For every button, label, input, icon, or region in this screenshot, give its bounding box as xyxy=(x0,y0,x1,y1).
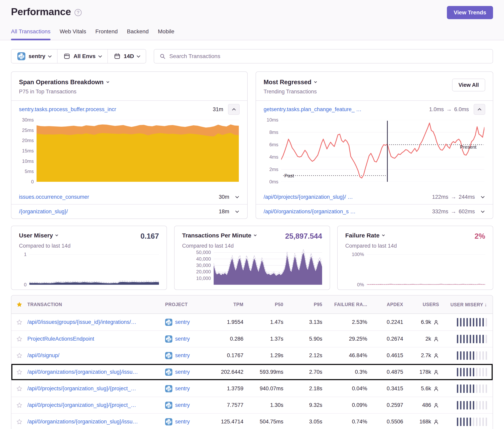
date-range-filter[interactable]: 14D xyxy=(108,50,146,63)
transactions-table: TRANSACTION PROJECT TPM P50 P95 FAILURE … xyxy=(11,295,493,429)
apdex-value: 0.2241 xyxy=(387,319,403,325)
regressed-item-link[interactable]: /api/0/organizations/{organization_s … xyxy=(264,209,356,215)
help-icon[interactable]: ? xyxy=(74,9,82,16)
span-operations-panel: Span Operations Breakdown P75 in Top Tra… xyxy=(11,71,248,219)
transaction-link[interactable]: /api/0/organizations/{organization_slug}… xyxy=(27,369,162,375)
tab-backend[interactable]: Backend xyxy=(127,28,149,40)
view-all-button[interactable]: View All xyxy=(452,79,485,91)
span-item-value: 30m xyxy=(219,194,229,200)
misery-bar xyxy=(460,368,461,376)
span-item-link[interactable]: issues.occurrence_consumer xyxy=(19,194,89,200)
column-header-p95[interactable]: P95 xyxy=(287,302,326,307)
tpm-title[interactable]: Transactions Per Minute xyxy=(182,232,256,239)
star-toggle[interactable] xyxy=(11,418,27,425)
apdex-value: 0.5506 xyxy=(387,419,403,425)
p50-value: 1.29s xyxy=(270,352,283,358)
project-filter[interactable]: sentry xyxy=(11,50,57,63)
misery-bar xyxy=(460,335,461,343)
project-link[interactable]: sentry xyxy=(175,336,190,342)
user-icon xyxy=(433,419,439,425)
tpm-value: 0.1767 xyxy=(227,352,243,358)
transaction-link[interactable]: /api/0/projects/{organization_slug}/{pro… xyxy=(27,402,162,408)
column-header-user-misery[interactable]: USER MISERY↓ xyxy=(443,302,493,307)
collapse-button[interactable] xyxy=(228,104,240,115)
span-item-link[interactable]: sentry.tasks.process_buffer.process_incr xyxy=(19,106,116,113)
span-item-collapsed: issues.occurrence_consumer 30m xyxy=(11,190,247,204)
star-toggle[interactable] xyxy=(11,336,27,342)
expand-button[interactable] xyxy=(480,211,485,212)
search-input[interactable] xyxy=(169,53,487,60)
table-row[interactable]: ProjectRuleActionsEndpoint sentry 0.286 … xyxy=(11,330,493,347)
tab-all-transactions[interactable]: All Transactions xyxy=(11,28,51,40)
span-panel-title[interactable]: Span Operations Breakdown xyxy=(19,79,109,86)
chevron-down-icon xyxy=(48,54,52,57)
expand-button[interactable] xyxy=(234,196,240,198)
span-item-link[interactable]: /{organization_slug}/ xyxy=(19,209,68,215)
project-cell[interactable]: sentry xyxy=(165,335,210,343)
star-toggle[interactable] xyxy=(11,369,27,376)
tpm-chart-plot xyxy=(214,249,322,285)
project-cell[interactable]: sentry xyxy=(165,352,210,359)
failure-rate-title[interactable]: Failure Rate xyxy=(345,232,384,239)
project-link[interactable]: sentry xyxy=(175,352,190,359)
column-header-p50[interactable]: P50 xyxy=(247,302,287,307)
column-header-apdex[interactable]: APDEX xyxy=(371,302,407,307)
column-header-users[interactable]: USERS xyxy=(407,302,443,307)
project-cell[interactable]: sentry xyxy=(165,418,210,425)
tab-web-vitals[interactable]: Web Vitals xyxy=(60,28,86,40)
table-row[interactable]: /api/0/projects/{organization_slug}/{pro… xyxy=(11,397,493,413)
transaction-link[interactable]: ProjectRuleActionsEndpoint xyxy=(27,336,162,342)
transaction-link[interactable]: /api/0/signup/ xyxy=(27,352,162,359)
project-cell[interactable]: sentry xyxy=(165,319,210,326)
project-link[interactable]: sentry xyxy=(175,419,190,425)
expand-button[interactable] xyxy=(234,211,240,212)
project-cell[interactable]: sentry xyxy=(165,385,210,392)
star-header-icon[interactable] xyxy=(11,301,27,308)
environment-filter[interactable]: All Envs xyxy=(57,50,107,63)
expand-button[interactable] xyxy=(480,196,485,198)
star-toggle[interactable] xyxy=(11,319,27,326)
users-value: 6.9k xyxy=(421,319,431,325)
trend-values: 1.0ms→6.0ms xyxy=(429,106,469,113)
project-link[interactable]: sentry xyxy=(175,385,190,392)
misery-bar xyxy=(476,368,477,376)
project-cell[interactable]: sentry xyxy=(165,402,210,409)
page-header: Performance ? View Trends All Transactio… xyxy=(0,0,504,40)
table-row[interactable]: /api/0/projects/{organization_slug}/{pro… xyxy=(11,380,493,397)
transaction-link[interactable]: /api/0/organizations/{organization_slug}… xyxy=(27,419,162,425)
user-icon xyxy=(433,319,439,325)
transaction-link[interactable]: /api/0/projects/{organization_slug}/{pro… xyxy=(27,385,162,392)
column-header-tpm[interactable]: TPM xyxy=(210,302,247,307)
tpm-value: 125.4714 xyxy=(221,419,243,425)
project-link[interactable]: sentry xyxy=(175,319,190,325)
regressed-panel-title[interactable]: Most Regressed xyxy=(264,79,317,86)
environment-filter-label: All Envs xyxy=(73,53,95,60)
transaction-link[interactable]: /api/0/issues|groups/{issue_id}/integrat… xyxy=(27,319,162,325)
view-trends-button[interactable]: View Trends xyxy=(447,6,493,19)
p95-value: 9.32s xyxy=(309,402,322,408)
table-row[interactable]: /api/0/organizations/{organization_slug}… xyxy=(11,413,493,429)
most-regressed-panel: Most Regressed Trending Transactions Vie… xyxy=(256,71,493,219)
regressed-item-link[interactable]: /api/0/projects/{organization_slug}/ … xyxy=(264,194,353,200)
column-header-transaction[interactable]: TRANSACTION xyxy=(27,302,165,307)
regressed-item-link[interactable]: getsentry.tasks.plan_change_feature_ … xyxy=(264,106,361,113)
tab-mobile[interactable]: Mobile xyxy=(158,28,174,40)
p95-value: 3.05s xyxy=(309,419,322,425)
column-header-project[interactable]: PROJECT xyxy=(165,302,210,307)
collapse-button[interactable] xyxy=(474,104,485,115)
column-header-failure-rate[interactable]: FAILURE RA... xyxy=(326,302,371,307)
star-toggle[interactable] xyxy=(11,385,27,392)
star-toggle[interactable] xyxy=(11,352,27,359)
user-misery-title[interactable]: User Misery xyxy=(19,232,58,239)
project-link[interactable]: sentry xyxy=(175,402,190,408)
tpm-value: 0.286 xyxy=(230,336,243,342)
star-toggle[interactable] xyxy=(11,402,27,409)
environment-icon xyxy=(63,53,70,60)
table-row[interactable]: /api/0/issues|groups/{issue_id}/integrat… xyxy=(11,314,493,330)
project-cell[interactable]: sentry xyxy=(165,368,210,376)
project-link[interactable]: sentry xyxy=(175,369,190,375)
table-row[interactable]: /api/0/signup/ sentry 0.1767 1.29s 2.12s… xyxy=(11,347,493,364)
misery-bar xyxy=(479,318,481,326)
table-row[interactable]: /api/0/organizations/{organization_slug}… xyxy=(11,364,493,380)
tab-frontend[interactable]: Frontend xyxy=(95,28,118,40)
